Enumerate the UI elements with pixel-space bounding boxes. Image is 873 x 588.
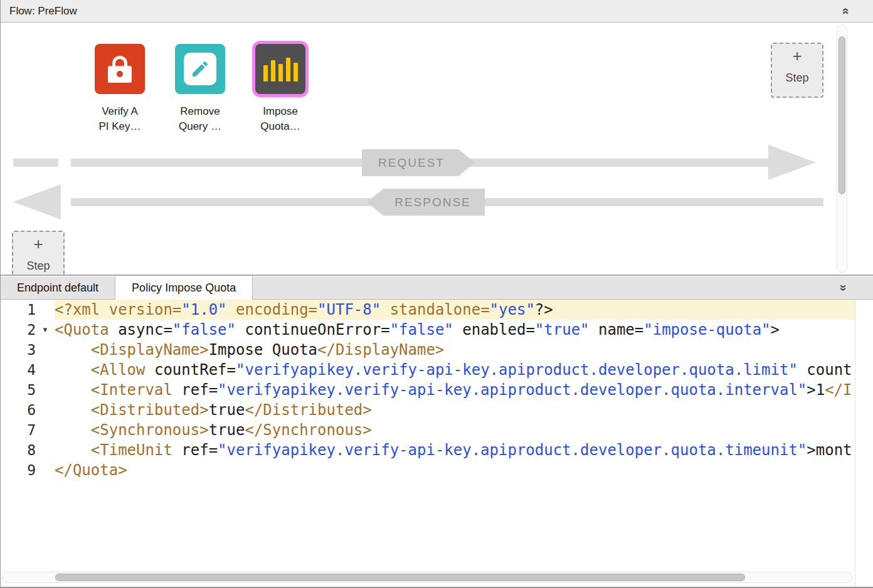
line-code: <Distributed>true</Distributed> xyxy=(55,400,855,420)
policy-step-verify-api-key[interactable]: Verify A PI Key… xyxy=(87,44,152,134)
line-number: 6 xyxy=(1,400,36,420)
line-number: 5 xyxy=(1,380,36,400)
left-arrowhead-icon xyxy=(13,184,61,219)
line-gutter: 8 xyxy=(1,440,55,460)
policy-step-remove-query[interactable]: Remove Query … xyxy=(167,44,233,134)
tab-label: Policy Impose Quota xyxy=(132,281,236,295)
policy-icon xyxy=(175,44,225,94)
add-step-button-request[interactable]: + Step xyxy=(771,43,823,98)
plus-icon: + xyxy=(792,47,802,65)
collapse-flow-button[interactable]: » xyxy=(835,3,853,20)
line-code: </Quota> xyxy=(55,460,855,480)
code-lines: 1 <?xml version="1.0" encoding="UTF-8" s… xyxy=(1,300,855,480)
add-step-label: Step xyxy=(26,260,50,273)
line-code: <Synchronous>true</Synchronous> xyxy=(55,420,855,440)
code-line[interactable]: 4 <Allow countRef="verifyapikey.verify-a… xyxy=(1,360,855,380)
chevron-double-down-icon: » xyxy=(838,284,850,291)
flow-panel: Flow: PreFlow » Verify A PI Key… xyxy=(1,0,873,276)
chevron-double-up-icon: » xyxy=(838,8,850,14)
line-number: 3 xyxy=(1,340,36,360)
policy-step-label: Impose Quota… xyxy=(260,104,300,134)
line-number: 7 xyxy=(1,420,36,440)
flow-canvas: Verify A PI Key… Remove Query … xyxy=(1,23,873,275)
policy-step-impose-quota[interactable]: Impose Quota… xyxy=(248,44,313,134)
code-editor[interactable]: 1 <?xml version="1.0" encoding="UTF-8" s… xyxy=(1,300,855,588)
line-number: 1 xyxy=(1,300,36,320)
editor-tab-bar: Endpoint default Policy Impose Quota » xyxy=(1,276,873,300)
lock-icon xyxy=(108,56,132,83)
request-flow-bar-stub xyxy=(13,159,58,167)
flow-header: Flow: PreFlow » xyxy=(1,0,873,23)
tab-policy-impose-quota[interactable]: Policy Impose Quota xyxy=(115,276,253,299)
add-step-label: Step xyxy=(785,71,808,85)
flow-vertical-scrollbar[interactable] xyxy=(837,24,847,273)
line-gutter: 3 xyxy=(1,340,55,360)
editor-tabs: Endpoint default Policy Impose Quota xyxy=(1,276,253,299)
line-gutter: 1 xyxy=(1,300,55,320)
code-line[interactable]: 3 <DisplayName>Impose Quota</DisplayName… xyxy=(1,340,855,360)
policy-step-label: Verify A PI Key… xyxy=(98,104,140,134)
horizontal-scrollbar-thumb[interactable] xyxy=(55,574,745,581)
editor-panel: Endpoint default Policy Impose Quota » 1… xyxy=(1,276,873,588)
vertical-scrollbar-thumb[interactable] xyxy=(839,36,845,194)
line-code: <?xml version="1.0" encoding="UTF-8" sta… xyxy=(55,300,855,320)
line-code: <Interval ref="verifyapikey.verify-api-k… xyxy=(55,380,855,400)
policy-icon xyxy=(95,44,145,94)
code-line[interactable]: 2 ▾ <Quota async="false" continueOnError… xyxy=(1,320,855,340)
line-number: 2 xyxy=(1,320,36,340)
flow-title: Flow: PreFlow xyxy=(9,5,77,18)
line-code: <Quota async="false" continueOnError="fa… xyxy=(55,320,855,340)
chart-bars-icon xyxy=(262,56,299,81)
policy-steps: Verify A PI Key… Remove Query … xyxy=(87,44,313,134)
pencil-icon xyxy=(184,53,216,85)
code-line[interactable]: 8 <TimeUnit ref="verifyapikey.verify-api… xyxy=(1,440,855,460)
code-line[interactable]: 1 <?xml version="1.0" encoding="UTF-8" s… xyxy=(1,300,855,320)
fold-toggle-icon[interactable]: ▾ xyxy=(36,320,55,340)
tab-label: Endpoint default xyxy=(17,281,98,295)
response-label-badge: RESPONSE xyxy=(367,189,485,216)
line-gutter: 6 xyxy=(1,400,55,420)
line-gutter: 7 xyxy=(1,420,55,440)
code-line[interactable]: 5 <Interval ref="verifyapikey.verify-api… xyxy=(1,380,855,400)
apigee-proxy-editor: Flow: PreFlow » Verify A PI Key… xyxy=(0,0,873,588)
editor-horizontal-scrollbar[interactable] xyxy=(2,572,852,583)
right-arrowhead-icon xyxy=(768,145,816,180)
line-number: 9 xyxy=(1,460,36,480)
tab-endpoint-default[interactable]: Endpoint default xyxy=(1,276,115,299)
policy-step-label: Remove Query … xyxy=(179,104,221,134)
plus-icon: + xyxy=(33,235,43,253)
line-gutter: 4 xyxy=(1,360,55,380)
line-code: <Allow countRef="verifyapikey.verify-api… xyxy=(55,360,855,380)
request-label-badge: REQUEST xyxy=(362,149,475,176)
line-gutter: 5 xyxy=(1,380,55,400)
collapse-editor-button[interactable]: » xyxy=(835,279,853,297)
code-line[interactable]: 6 <Distributed>true</Distributed> xyxy=(1,400,855,420)
add-step-button-response[interactable]: + Step xyxy=(12,231,65,275)
line-number: 8 xyxy=(1,440,36,460)
line-code: <DisplayName>Impose Quota</DisplayName> xyxy=(55,340,855,360)
code-line[interactable]: 9 </Quota> xyxy=(1,460,855,480)
line-code: <TimeUnit ref="verifyapikey.verify-api-k… xyxy=(55,440,855,460)
policy-icon xyxy=(255,44,305,94)
response-label: RESPONSE xyxy=(394,196,471,209)
line-gutter: 9 xyxy=(1,460,55,480)
code-line[interactable]: 7 <Synchronous>true</Synchronous> xyxy=(1,420,855,440)
line-gutter: 2 ▾ xyxy=(1,320,55,340)
line-number: 4 xyxy=(1,360,36,380)
request-label: REQUEST xyxy=(378,156,445,170)
